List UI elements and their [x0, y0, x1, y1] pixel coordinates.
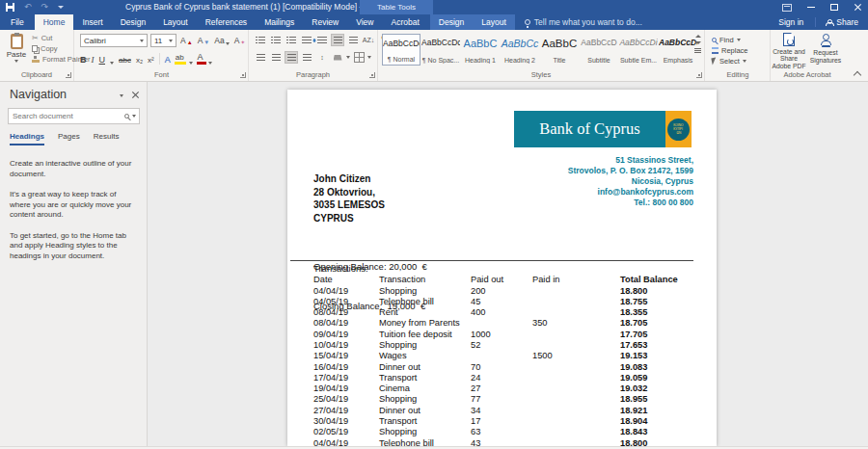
style-normal[interactable]: AaBbCcDc¶ Normal — [382, 34, 420, 66]
align-right-button[interactable] — [285, 51, 298, 64]
navigation-close-icon[interactable] — [131, 91, 139, 98]
right-to-left-button[interactable] — [346, 34, 360, 46]
shading-button[interactable] — [331, 51, 344, 64]
minimize-icon[interactable] — [807, 7, 815, 8]
select-cursor-icon — [711, 58, 717, 66]
ribbon-tab[interactable]: View — [347, 14, 382, 30]
share-button[interactable]: Share — [815, 17, 868, 27]
search-box[interactable] — [8, 108, 140, 124]
justify-button[interactable] — [300, 51, 313, 64]
strikethrough-button[interactable]: abc — [119, 56, 131, 65]
close-icon[interactable] — [854, 3, 862, 12]
select-button[interactable]: Select — [712, 57, 746, 66]
font-name-combobox[interactable]: Calibri — [80, 34, 148, 47]
ribbon-tab[interactable]: Insert — [73, 14, 111, 30]
font-color-dropdown-icon[interactable] — [208, 62, 212, 65]
ribbon-tab[interactable]: Acrobat — [382, 14, 427, 30]
grow-font-button[interactable]: A▲ — [179, 36, 194, 45]
sign-in-button[interactable]: Sign in — [767, 14, 815, 30]
style-heading1[interactable]: AaBbCHeading 1 — [461, 34, 500, 66]
styles-dialog-launcher-icon[interactable] — [696, 72, 702, 78]
tab-headings[interactable]: Headings — [10, 132, 44, 145]
bold-button[interactable]: B — [80, 55, 87, 65]
font-name-value: Calibri — [84, 37, 106, 45]
style-title[interactable]: AaBbCTitle — [540, 34, 579, 66]
ribbon-display-options-icon[interactable] — [782, 4, 792, 12]
paragraph-dialog-launcher-icon[interactable] — [369, 72, 375, 78]
tab-results[interactable]: Results — [94, 132, 120, 145]
font-color-button[interactable]: A — [198, 52, 203, 65]
align-left-button[interactable] — [254, 51, 267, 64]
align-center-button[interactable] — [269, 51, 283, 64]
search-icon[interactable] — [124, 114, 129, 119]
line-spacing-button[interactable]: ↕ — [315, 51, 329, 64]
decrease-indent-button[interactable] — [300, 34, 313, 46]
shrink-font-button[interactable]: A▼ — [197, 36, 211, 45]
superscript-button[interactable]: x² — [148, 56, 154, 65]
customize-qat-icon[interactable] — [58, 6, 64, 9]
select-dropdown-icon — [743, 60, 746, 63]
tab-pages[interactable]: Pages — [58, 132, 80, 145]
tab-home[interactable]: Home — [35, 14, 74, 30]
italic-button[interactable]: I — [92, 55, 95, 65]
bullets-button[interactable] — [254, 34, 267, 46]
tell-me-box[interactable]: Tell me what you want to do... — [525, 14, 642, 30]
tab-file[interactable]: File — [0, 14, 35, 30]
create-share-pdf-button[interactable]: Create and Share Adobe PDF — [772, 33, 806, 69]
redo-icon[interactable]: ↷ — [41, 1, 49, 13]
increase-indent-button[interactable] — [315, 34, 329, 46]
text-effects-button[interactable]: A — [165, 55, 171, 65]
save-icon[interactable] — [6, 3, 14, 12]
clipboard-dialog-launcher-icon[interactable] — [66, 72, 71, 78]
document-page[interactable]: Bank of Cyprus ΚΟΙΝΟ ΚΥΠΡΙ ΩΝ 51 Stassin… — [287, 90, 717, 446]
ribbon-tab[interactable]: Layout — [154, 14, 197, 30]
shading-dropdown-icon[interactable] — [346, 56, 350, 59]
font-dialog-launcher-icon[interactable] — [240, 72, 246, 78]
font-group: Calibri 11 A▲ A▼ Aa A✦ B I U abc x₂ x² A… — [75, 30, 249, 81]
multilevel-list-button[interactable] — [285, 34, 298, 46]
request-signatures-button[interactable]: Request Signatures — [808, 33, 843, 69]
style-no-spacing[interactable]: AaBbCcDc¶ No Spac... — [421, 34, 460, 66]
cell-date: 25/04/19 — [313, 394, 348, 404]
highlight-dropdown-icon[interactable] — [189, 62, 193, 65]
clear-formatting-button[interactable]: A✦ — [233, 36, 247, 45]
paste-button[interactable]: Paste — [3, 33, 30, 69]
borders-dropdown-icon[interactable] — [367, 56, 371, 59]
ribbon-tab[interactable]: Design — [112, 14, 154, 30]
styles-more-icon[interactable] — [694, 48, 701, 49]
numbering-button[interactable] — [269, 34, 283, 46]
ribbon-tab[interactable]: Review — [303, 14, 347, 30]
underline-dropdown-icon[interactable] — [110, 62, 114, 65]
navigation-options-icon[interactable] — [120, 94, 123, 97]
styles-scroll-up-icon[interactable] — [695, 35, 701, 38]
left-to-right-button[interactable] — [331, 34, 344, 46]
cell-date: 15/04/19 — [313, 351, 348, 360]
tab-table-design[interactable]: Design — [430, 14, 473, 30]
bank-address: 51 Stassinos Street,Strovolos, P. O. Box… — [568, 155, 693, 208]
replace-button[interactable]: Replace — [712, 46, 748, 55]
style-subtitle[interactable]: AaBbCcDSubtitle — [580, 34, 618, 66]
change-case-button[interactable]: Aa — [213, 36, 230, 45]
collapse-ribbon-icon[interactable] — [854, 71, 861, 76]
ribbon-tab[interactable]: Mailings — [256, 14, 303, 30]
style-heading2[interactable]: AaBbCcHeading 2 — [501, 34, 539, 66]
search-input[interactable] — [9, 112, 124, 120]
style-emphasis[interactable]: AaBbCcDcEmphasis — [659, 34, 697, 66]
styles-gallery-scroll[interactable] — [694, 35, 701, 49]
font-size-combobox[interactable]: 11 — [150, 34, 176, 47]
sort-button[interactable]: AZ↓ — [362, 34, 375, 46]
ribbon-tab[interactable]: References — [197, 14, 256, 30]
find-label: Find — [719, 36, 734, 44]
maximize-icon[interactable] — [830, 4, 838, 11]
search-dropdown-icon[interactable] — [132, 115, 136, 118]
help-paragraph: It's a great way to keep track of where … — [10, 190, 138, 221]
find-button[interactable]: Find — [712, 36, 741, 44]
text-highlight-button[interactable]: ab — [176, 53, 184, 65]
borders-button[interactable] — [352, 51, 366, 64]
style-subtle-emphasis[interactable]: AaBbCcDiSubtle Em... — [619, 34, 658, 66]
tab-table-layout[interactable]: Layout — [473, 14, 515, 30]
undo-icon[interactable]: ↶ — [24, 1, 32, 13]
subscript-button[interactable]: x₂ — [136, 56, 143, 65]
underline-button[interactable]: U — [99, 55, 106, 65]
styles-scroll-down-icon[interactable] — [695, 41, 701, 44]
